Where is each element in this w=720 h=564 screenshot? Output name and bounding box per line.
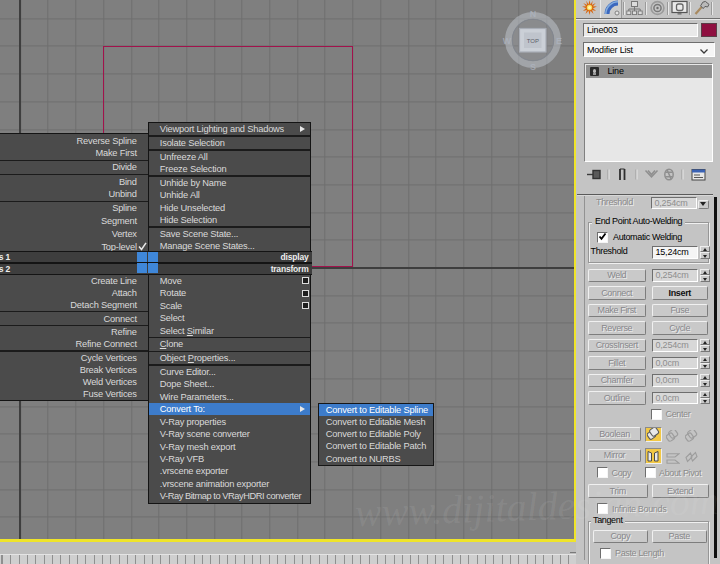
svg-text:E: E	[556, 36, 562, 46]
svg-text:TOP: TOP	[527, 38, 539, 44]
svg-text:S: S	[530, 62, 536, 72]
svg-text:W: W	[503, 36, 512, 46]
svg-text:N: N	[530, 9, 537, 19]
